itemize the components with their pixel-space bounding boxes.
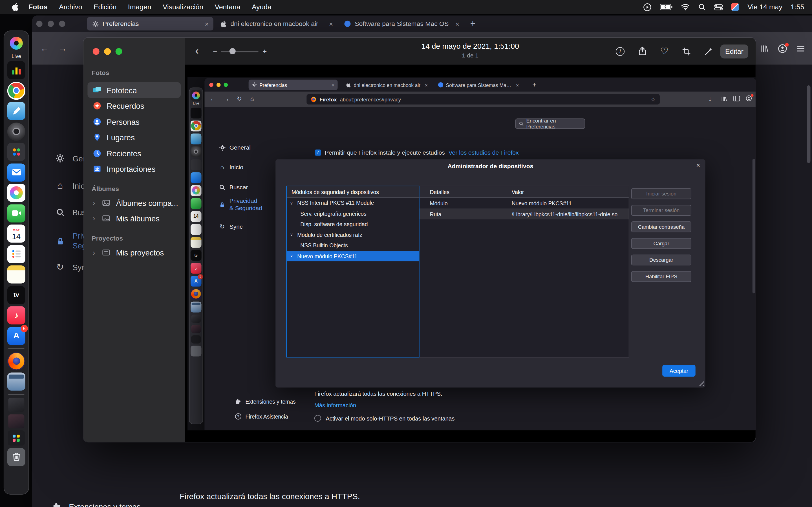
tab-close-icon[interactable]: ×: [453, 20, 459, 28]
dock-dark-app[interactable]: [8, 431, 25, 445]
menubar-app-icon[interactable]: [731, 3, 739, 11]
mini-extensions-link: Extensiones y temas: [235, 397, 296, 406]
sidebar-item-label: Álbumes compa...: [116, 198, 178, 207]
disclosure-chevron-icon[interactable]: ›: [93, 248, 97, 257]
dock-reminders-app[interactable]: [7, 245, 26, 263]
menu-ventana[interactable]: Ventana: [209, 3, 246, 11]
crop-rotate-icon[interactable]: [682, 47, 691, 55]
menu-bar-date[interactable]: Vie 14 may: [748, 3, 782, 11]
project-icon: [102, 248, 111, 257]
info-icon[interactable]: i: [616, 47, 624, 55]
home-icon: ⌂: [54, 180, 66, 191]
sidebar-item-personas[interactable]: Personas: [87, 114, 181, 129]
forward-button[interactable]: →: [59, 44, 67, 53]
menu-edicion[interactable]: Edición: [88, 3, 122, 11]
appstore-letter: A: [13, 331, 19, 341]
account-icon[interactable]: [778, 44, 787, 53]
tab-close-icon[interactable]: ×: [327, 20, 333, 28]
section-header-proyectos: Proyectos: [92, 235, 123, 242]
battery-icon[interactable]: [660, 4, 673, 10]
sidebar-item-mis-albumes[interactable]: › Mis álbumes: [87, 211, 181, 226]
mini-search-field: Encontrar en Preferencias: [515, 119, 585, 129]
back-button[interactable]: ←: [40, 44, 49, 53]
tab-dni-electronico[interactable]: dni electronico en macbook air ×: [215, 17, 338, 31]
dock: Live MAY 14 tv ♪ A 5: [4, 31, 29, 495]
dock-photos-app[interactable]: [7, 184, 26, 202]
share-icon[interactable]: [638, 47, 647, 56]
dock-live-label: Live: [11, 54, 21, 59]
menu-ayuda[interactable]: Ayuda: [246, 3, 277, 11]
window-close-button[interactable]: [93, 48, 100, 55]
dock-mail-app[interactable]: [7, 163, 26, 181]
tab-close-icon[interactable]: ×: [203, 20, 209, 28]
menu-fotos[interactable]: Fotos: [23, 3, 53, 11]
tree-row: ∨NSS Internal PKCS #11 Module: [287, 198, 419, 209]
section-header-albumes: Álbumes: [92, 185, 119, 193]
dock-minimized-window-1[interactable]: [8, 398, 24, 412]
dock-window-app[interactable]: [7, 372, 26, 390]
control-center-icon[interactable]: [714, 4, 723, 10]
dock-chrome-app[interactable]: [7, 81, 26, 100]
dock-music-app[interactable]: ♪: [7, 306, 26, 324]
dock-facetime-app[interactable]: [7, 204, 26, 222]
dock-launchpad-app[interactable]: [7, 143, 26, 161]
tab-software-mac[interactable]: Software para Sistemas Mac OS ×: [339, 17, 464, 31]
dock-calendar-app[interactable]: MAY 14: [7, 224, 26, 242]
menu-imagen[interactable]: Imagen: [122, 3, 157, 11]
change-password-button: Cambiar contraseña: [631, 221, 691, 232]
favorite-heart-icon[interactable]: ♡: [660, 46, 669, 57]
wifi-icon[interactable]: [681, 4, 690, 10]
radio-icon: [314, 415, 321, 421]
details-header-row: Detalles Valor: [419, 186, 629, 198]
tree-row: ∨Módulo de certificados raíz: [287, 230, 419, 240]
sidebar-item-lugares[interactable]: Lugares: [87, 129, 181, 145]
window-minimize-button[interactable]: [104, 48, 111, 55]
menu-archivo[interactable]: Archivo: [53, 3, 88, 11]
disclosure-chevron-icon[interactable]: ›: [93, 214, 97, 222]
dock-firefox-app[interactable]: [7, 352, 26, 370]
unload-button: Descargar: [631, 255, 691, 266]
menu-visualizacion[interactable]: Visualización: [157, 3, 209, 11]
new-tab-button[interactable]: +: [470, 18, 475, 29]
sidebar-item-importaciones[interactable]: Importaciones: [87, 161, 181, 176]
window-close-button[interactable]: [36, 20, 43, 27]
mini-mail-app: [191, 172, 202, 183]
extensions-themes-link[interactable]: Extensiones y temas: [52, 500, 141, 507]
disclosure-chevron-icon[interactable]: ›: [93, 199, 97, 207]
spotlight-search-icon[interactable]: [698, 3, 706, 11]
window-zoom-button[interactable]: [59, 20, 65, 27]
scrollbar[interactable]: [807, 86, 811, 163]
now-playing-icon[interactable]: [644, 3, 652, 11]
apple-menu[interactable]: [8, 3, 23, 11]
dock-notes-app[interactable]: [7, 265, 26, 283]
sidebar-item-recientes[interactable]: Recientes: [87, 145, 181, 161]
dock-minimized-window-2[interactable]: [8, 414, 24, 428]
edit-button[interactable]: Editar: [720, 45, 748, 59]
window-zoom-button[interactable]: [116, 48, 122, 55]
mini-dark-app: [191, 335, 201, 343]
dock-photos-live-app[interactable]: [7, 34, 26, 52]
library-icon[interactable]: [760, 44, 768, 52]
dock-chart-app[interactable]: [7, 61, 26, 79]
dock-trash[interactable]: [7, 448, 26, 466]
menu-bar-time[interactable]: 1:55: [791, 3, 804, 11]
sidebar-item-albumes-compartidos[interactable]: › Álbumes compa...: [87, 195, 181, 210]
sidebar-item-recuerdos[interactable]: Recuerdos: [87, 98, 181, 113]
sidebar-item-mis-proyectos[interactable]: › Mis proyectos: [87, 245, 181, 260]
bookmark-star-icon: ☆: [651, 96, 656, 103]
dock-utility-app[interactable]: [7, 122, 26, 140]
mini-studies-row: ✓ Permitir que Firefox instale y ejecute…: [315, 149, 519, 157]
photo-canvas[interactable]: Live 14 tv ♪ A5: [188, 77, 756, 431]
dock-appstore-app[interactable]: A 5: [7, 327, 26, 345]
security-modules-tree: Módulos de seguridad y dispositivos ∨NSS…: [287, 186, 419, 357]
tab-preferencias[interactable]: Preferencias ×: [87, 17, 213, 31]
site-favicon: [344, 20, 351, 27]
dock-pages-app[interactable]: [7, 102, 26, 120]
hamburger-menu-icon[interactable]: [797, 45, 805, 52]
auto-enhance-icon[interactable]: [704, 47, 713, 55]
window-minimize-button[interactable]: [48, 20, 54, 27]
dialog-close-icon: ×: [696, 161, 700, 169]
dock-tv-app[interactable]: tv: [7, 286, 26, 304]
sidebar-item-fototeca[interactable]: Fototeca: [87, 82, 181, 98]
mini-tv-app: tv: [191, 249, 202, 261]
